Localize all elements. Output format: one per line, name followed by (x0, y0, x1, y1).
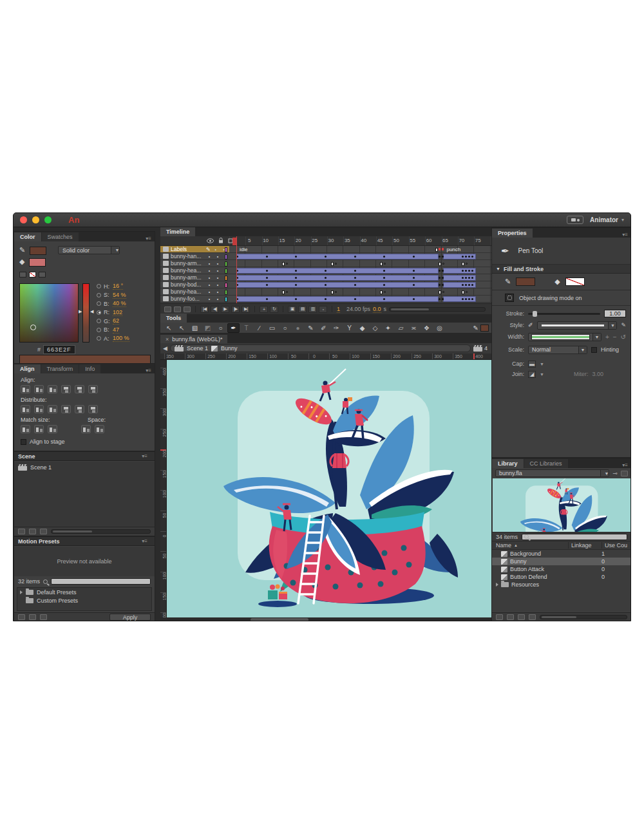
ink-bottle-tool[interactable]: ◇ (369, 323, 381, 333)
layer-outline-color-chip[interactable] (225, 261, 227, 267)
edit-multiple-frames-button[interactable]: ▥ (308, 306, 317, 313)
value-hot-text[interactable]: 100 % (113, 335, 129, 342)
scale-dropdown[interactable]: Normal ▼ (528, 346, 587, 354)
chevron-down-icon[interactable]: ▼ (540, 362, 544, 366)
color-type-dropdown[interactable]: Solid color ▼ (58, 246, 120, 254)
play-button[interactable]: ▶ (221, 306, 229, 313)
hue-slider[interactable] (82, 283, 90, 343)
step-forward-button[interactable]: |▶ (231, 306, 240, 313)
keyframe-dot[interactable] (413, 277, 415, 279)
value-hot-text[interactable]: 54 % (113, 292, 126, 299)
paint-brush-tool[interactable]: ✐ (317, 323, 330, 333)
stroke-color-swatch[interactable] (516, 277, 535, 286)
layer-frames[interactable] (229, 281, 491, 288)
timeline-layer-row[interactable]: Labels✎••idlepunch (160, 246, 491, 253)
subselection-tool[interactable]: ↖ (176, 323, 188, 333)
keyframe-dot[interactable] (462, 270, 464, 272)
hex-input[interactable]: 663E2F (43, 345, 75, 354)
layer-name-cell[interactable]: bunny-hea...•• (160, 288, 229, 295)
breadcrumb-symbol[interactable]: Bunny (221, 345, 238, 352)
keyframe-dot[interactable] (266, 270, 268, 272)
match-height-button[interactable] (34, 425, 44, 433)
align-left-button[interactable] (21, 385, 30, 393)
layer-outline-color-chip[interactable] (225, 268, 227, 274)
layer-outline-color-chip[interactable] (225, 254, 227, 259)
keyframe-dot[interactable] (468, 277, 470, 279)
panel-menu-icon[interactable]: ▾≡ (619, 462, 631, 468)
zoom-tool[interactable]: ◎ (433, 323, 446, 333)
new-folder-button[interactable] (507, 614, 514, 620)
layer-outline-color-chip[interactable] (225, 276, 227, 281)
keyframe-dot[interactable] (439, 298, 440, 300)
layer-visibility-dot[interactable]: • (206, 254, 213, 259)
layer-frames[interactable]: idlepunch (229, 246, 491, 252)
stage-canvas[interactable] (167, 360, 491, 617)
layer-name-cell[interactable]: bunny-bod...•• (160, 281, 229, 288)
timeline-layer-row[interactable]: bunny-hea...•• (160, 288, 491, 296)
align-h-center-button[interactable] (34, 385, 44, 393)
line-tool[interactable]: ∕ (253, 323, 265, 333)
space-vertical-button[interactable] (81, 425, 91, 433)
hollow-keyframe[interactable] (331, 262, 334, 266)
keyframe-dot[interactable] (325, 298, 327, 300)
hollow-keyframe[interactable] (439, 290, 441, 294)
timeline-layer-row[interactable]: bunny-hea...•• (160, 267, 491, 274)
fill-color-swatch-none[interactable] (565, 277, 585, 286)
pin-library-icon[interactable]: ⊸ (612, 470, 618, 476)
keyframe-dot[interactable] (354, 256, 356, 258)
stroke-color-swatch[interactable] (480, 324, 489, 332)
fill-stroke-section-header[interactable]: ▼ Fill and Stroke (492, 265, 631, 274)
tab-library[interactable]: Library (492, 459, 524, 468)
hollow-keyframe[interactable] (282, 262, 285, 266)
layer-outline-color-chip[interactable] (225, 290, 227, 295)
expand-triangle-icon[interactable] (496, 583, 498, 587)
layer-frames[interactable] (229, 296, 491, 302)
timeline-layer-row[interactable]: bunny-han...•• (160, 253, 491, 260)
new-folder-button[interactable] (174, 306, 181, 312)
hand-tool[interactable]: ❖ (421, 323, 433, 333)
chevron-down-icon[interactable]: ▼ (540, 372, 544, 377)
panel-menu-icon[interactable]: ▾≡ (142, 368, 155, 373)
tab-swatches[interactable]: Swatches (42, 232, 79, 241)
keyframe-dot[interactable] (266, 277, 268, 279)
layer-lock-dot[interactable]: • (214, 276, 221, 280)
align-bottom-button[interactable] (88, 385, 98, 393)
lock-all-layers-icon[interactable] (218, 238, 223, 243)
no-color-button[interactable] (29, 272, 36, 277)
keyframe-dot[interactable] (354, 284, 356, 286)
timeline-layer-row[interactable]: bunny-foo...•• (160, 296, 491, 303)
keyframe-dot[interactable] (266, 256, 268, 258)
delete-item-button[interactable] (529, 614, 536, 620)
library-item-row[interactable]: Button Defend0 (492, 573, 631, 581)
layer-visibility-dot[interactable]: • (206, 290, 213, 294)
value-radio[interactable] (97, 301, 101, 306)
layer-lock-dot[interactable]: • (214, 283, 221, 287)
current-frame-indicator[interactable]: 1 (337, 306, 340, 313)
hollow-keyframe[interactable] (462, 262, 464, 266)
keyframe-dot[interactable] (462, 256, 464, 258)
layer-lock-dot[interactable]: • (214, 261, 221, 266)
expand-triangle-icon[interactable] (20, 590, 23, 594)
keyframe-dot[interactable] (468, 256, 470, 258)
distribute-right-button[interactable] (88, 405, 98, 413)
fill-color-swatch[interactable] (29, 258, 46, 267)
layer-visibility-dot[interactable]: • (206, 276, 213, 280)
value-hot-text[interactable]: 16 ° (113, 283, 123, 290)
layer-outline-color-chip[interactable] (225, 247, 227, 252)
tab-info[interactable]: Info (79, 364, 100, 373)
keyframe-dot[interactable] (462, 277, 464, 279)
preset-folder-row[interactable]: Default Presets (17, 588, 151, 596)
modify-markers-button[interactable]: ▫ (319, 306, 327, 313)
panel-menu-icon[interactable]: ▾≡ (138, 538, 151, 544)
column-linkage[interactable]: Linkage (568, 542, 601, 549)
center-frame-button[interactable]: + (260, 306, 268, 313)
rectangle-tool[interactable]: ▭ (266, 323, 278, 333)
zoom-window-button[interactable] (44, 216, 52, 223)
layer-lock-dot[interactable]: • (214, 297, 221, 301)
timeline-scrollbar[interactable] (389, 307, 486, 312)
tab-transform[interactable]: Transform (41, 364, 79, 373)
keyframe-dot[interactable] (439, 277, 440, 279)
keyframe-dot[interactable] (462, 284, 464, 286)
keyframe-dot[interactable] (465, 284, 467, 286)
keyframe-dot[interactable] (325, 270, 327, 272)
